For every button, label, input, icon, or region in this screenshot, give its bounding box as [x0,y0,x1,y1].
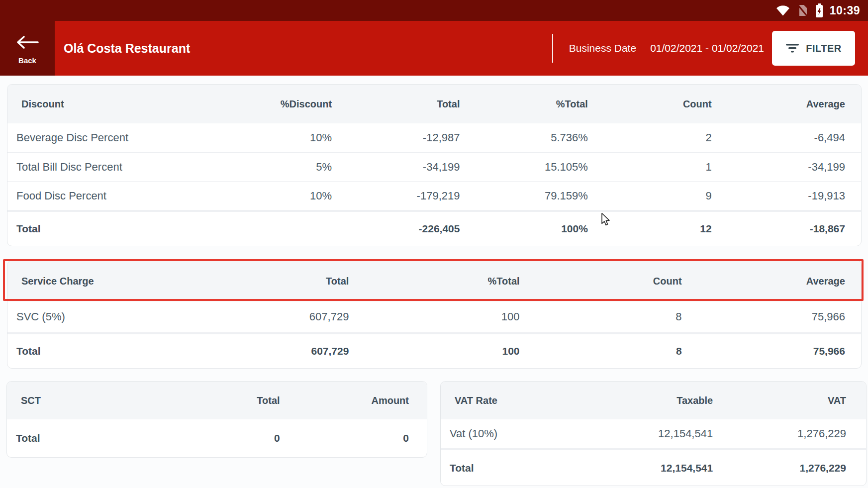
table-row: Beverage Disc Percent 10% -12,987 5.736%… [7,123,861,152]
table-cell: 5% [212,161,332,174]
table-cell: -226,405 [332,223,460,235]
discount-table: Discount %Discount Total %Total Count Av… [7,84,862,246]
table-total-row: Total 0 0 [7,419,427,457]
table-cell: Vat (10%) [441,427,594,440]
table-cell: 12 [588,223,712,235]
header-cell: Total [246,276,349,287]
discount-table-header: Discount %Discount Total %Total Count Av… [7,85,861,123]
table-cell: 12,154,541 [594,427,713,440]
table-cell: 100% [460,223,587,235]
header-cell: Discount [7,98,212,110]
header-cell: SCT [7,395,167,406]
table-cell: SVC (5%) [7,310,246,323]
table-cell: -19,913 [712,190,861,202]
back-label: Back [18,56,36,65]
vat-table-header: VAT Rate Taxable VAT [441,382,866,419]
vertical-divider [552,34,553,63]
table-cell: 1,276,229 [713,427,866,440]
app-bar-right: Business Date 01/02/2021 - 01/02/2021 FI… [552,31,855,66]
table-cell: Total [7,223,212,235]
table-cell: -34,199 [712,161,861,174]
table-cell: 2 [588,131,712,144]
table-cell: -34,199 [332,161,460,174]
table-row: Food Disc Percent 10% -179,219 79.159% 9… [7,181,861,210]
business-date-range: 01/02/2021 - 01/02/2021 [650,42,764,54]
battery-charging-icon [815,3,823,17]
table-cell: 10% [212,131,332,144]
header-cell: %Total [349,276,519,287]
table-cell: -6,494 [712,131,861,144]
table-cell: Beverage Disc Percent [7,131,212,144]
table-cell: 5.736% [460,131,587,144]
table-cell: 0 [167,432,280,444]
clock: 10:39 [830,4,860,17]
header-cell: VAT Rate [441,395,594,406]
table-cell: -12,987 [332,131,460,144]
table-total-row: Total -226,405 100% 12 -18,867 [7,210,861,246]
table-cell: 79.159% [460,190,587,202]
table-row: Vat (10%) 12,154,541 1,276,229 [441,419,866,448]
header-cell: %Discount [212,98,332,110]
header-cell: Service Charge [7,276,246,287]
table-cell: 75,966 [682,310,861,323]
table-total-row: Total 12,154,541 1,276,229 [441,448,866,486]
header-cell: Total [332,98,460,110]
filter-icon [785,43,799,54]
table-cell: Total [441,462,594,474]
table-cell: 8 [520,310,682,323]
back-arrow-icon [15,35,39,49]
header-cell: Amount [280,395,427,406]
service-charge-table-header: Service Charge Total %Total Count Averag… [7,261,861,301]
header-cell: Average [682,276,861,287]
app-bar-main: Olá Costa Restaurant Business Date 01/02… [55,21,868,76]
app-bar: Back Olá Costa Restaurant Business Date … [0,21,868,76]
header-cell: VAT [713,395,866,406]
table-cell: 15.105% [460,161,587,174]
table-cell: 8 [520,345,682,357]
header-cell: %Total [460,98,587,110]
table-cell: 9 [588,190,712,202]
table-cell: -179,219 [332,190,460,202]
no-sim-icon [797,3,809,17]
table-cell: 607,729 [246,345,349,357]
table-cell: Total [7,432,167,444]
back-button[interactable]: Back [0,21,55,76]
table-row: Total Bill Disc Percent 5% -34,199 15.10… [7,152,861,181]
vat-table: VAT Rate Taxable VAT Vat (10%) 12,154,54… [440,381,867,486]
table-cell: Total Bill Disc Percent [7,161,212,174]
table-cell: -18,867 [712,223,861,235]
table-cell: 0 [280,432,427,444]
table-cell: 1 [588,161,712,174]
table-cell: 1,276,229 [713,462,866,474]
table-cell: 100 [349,310,519,323]
table-cell: Food Disc Percent [7,190,212,202]
table-cell: 12,154,541 [594,462,713,474]
header-cell: Total [167,395,280,406]
table-cell: 607,729 [246,310,349,323]
header-cell: Count [520,276,682,287]
sct-table-header: SCT Total Amount [7,382,427,419]
filter-button-label: FILTER [806,43,842,54]
sct-table: SCT Total Amount Total 0 0 [6,381,427,458]
header-cell: Average [712,98,861,110]
status-bar: 10:39 [0,0,868,21]
table-cell: Total [7,345,246,357]
table-total-row: Total 607,729 100 8 75,966 [7,332,861,368]
table-row: SVC (5%) 607,729 100 8 75,966 [7,301,861,332]
page-title: Olá Costa Restaurant [64,41,190,56]
business-date-label: Business Date [569,42,636,54]
wifi-icon [775,4,790,16]
table-cell: 75,966 [682,345,861,357]
header-cell: Taxable [594,395,713,406]
header-cell: Count [588,98,712,110]
service-charge-table: Service Charge Total %Total Count Averag… [7,260,862,369]
filter-button[interactable]: FILTER [772,31,855,66]
table-cell: 100 [349,345,519,357]
table-cell: 10% [212,190,332,202]
